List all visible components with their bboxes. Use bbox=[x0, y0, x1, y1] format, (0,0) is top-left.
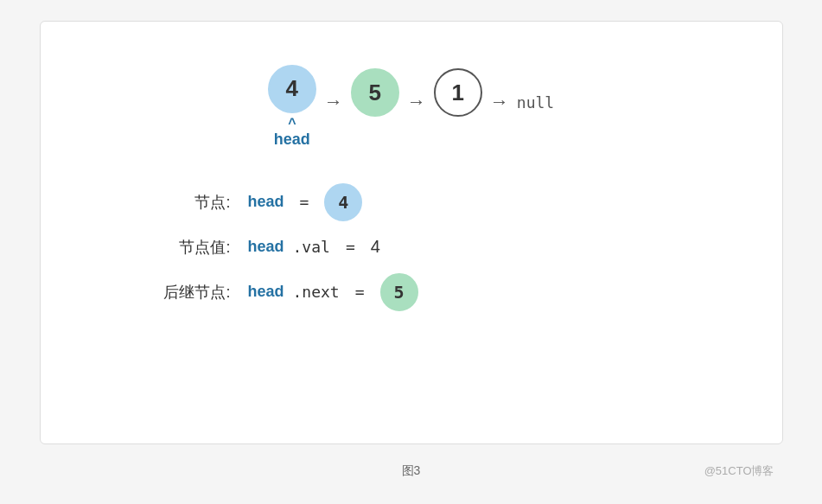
info-node-5: 5 bbox=[380, 273, 418, 311]
node-1-wrapper: 1 bbox=[434, 68, 482, 144]
equals-1: = bbox=[300, 193, 309, 211]
equals-2: = bbox=[346, 238, 355, 256]
info-value-val: head.val = 4 bbox=[248, 237, 473, 257]
info-value-node: head = 4 bbox=[248, 183, 473, 221]
main-card: 4 ^ head → 5 → 1 → null 节点: bbox=[40, 21, 783, 444]
head-keyword-3: head bbox=[248, 283, 284, 301]
info-value-next: head.next = 5 bbox=[248, 273, 473, 311]
info-label-node: 节点: bbox=[127, 192, 231, 213]
node-5-wrapper: 5 bbox=[351, 68, 399, 144]
arrow-3: → bbox=[482, 91, 517, 113]
info-node-4: 4 bbox=[324, 183, 362, 221]
dot-val: .val bbox=[293, 238, 330, 256]
info-row-val: 节点值: head.val = 4 bbox=[127, 237, 748, 258]
head-label-top: head bbox=[274, 131, 310, 149]
val-value: 4 bbox=[371, 237, 380, 257]
head-label-area: ^ head bbox=[274, 117, 310, 149]
dot-next: .next bbox=[293, 283, 340, 301]
arrow-1: → bbox=[316, 91, 351, 113]
node-4-wrapper: 4 ^ head bbox=[268, 65, 316, 149]
info-section: 节点: head = 4 节点值: head.val = 4 后继节点: hea… bbox=[75, 183, 748, 311]
head-caret: ^ bbox=[288, 117, 296, 131]
info-label-next: 后继节点: bbox=[127, 282, 231, 303]
equals-3: = bbox=[355, 283, 365, 301]
list-diagram: 4 ^ head → 5 → 1 → null bbox=[268, 65, 554, 149]
watermark: @51CTO博客 bbox=[532, 463, 774, 479]
node-4-circle: 4 bbox=[268, 65, 316, 113]
info-row-node: 节点: head = 4 bbox=[127, 183, 748, 221]
arrow-2: → bbox=[399, 91, 434, 113]
head-keyword-1: head bbox=[248, 193, 284, 211]
figure-label: 图3 bbox=[290, 463, 532, 479]
node-1-circle: 1 bbox=[434, 68, 482, 117]
null-label: null bbox=[517, 93, 554, 112]
head-keyword-2: head bbox=[248, 238, 284, 256]
info-label-val: 节点值: bbox=[127, 237, 231, 258]
info-row-next: 后继节点: head.next = 5 bbox=[127, 273, 748, 311]
node-5-circle: 5 bbox=[351, 68, 399, 117]
footer: 图3 @51CTO博客 bbox=[40, 458, 783, 484]
